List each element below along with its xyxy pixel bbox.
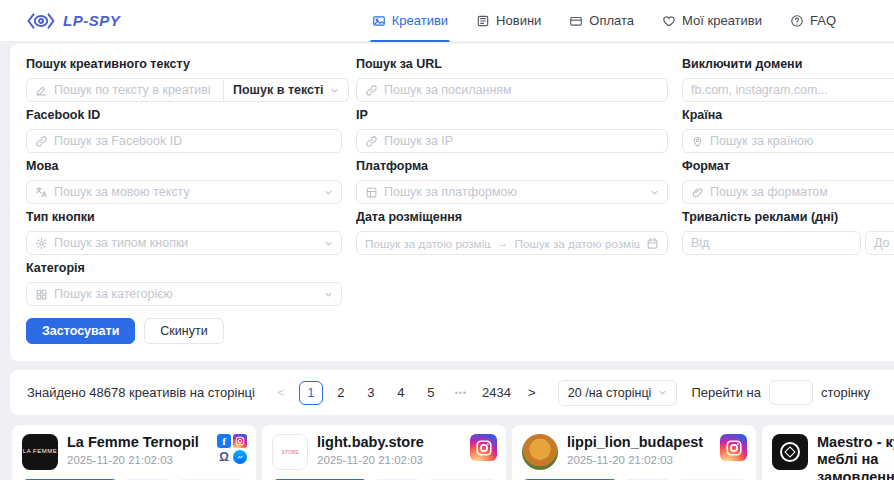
creative-card[interactable]: Maestro - кухні, меблі на замовлення в У… [762,425,894,480]
field-platform: Платформа Пошук за платформою [356,159,668,204]
nav-label: Новини [496,13,541,28]
field-creative-text: Пошук креативного тексту Пошук в тексті [26,57,342,102]
results-bar: Знайдено 48678 креативів на сторінці < 1… [10,370,894,415]
field-label: Категорія [26,261,342,275]
calendar-icon [646,237,659,250]
chevron-down-icon [324,188,333,197]
button-type-select[interactable]: Пошук за типом кнопки [26,231,342,255]
eye-icon [26,11,56,31]
pagination-page-4[interactable]: 4 [389,381,413,405]
card-title: Maestro - кухні, меблі на замовлення в У… [817,434,894,480]
field-duration: Тривалість реклами (дні) [682,210,894,255]
news-icon [476,14,490,28]
link-icon [35,135,48,148]
creatives-grid: LA FEMME La Femme Ternopil 2025-11-20 21… [12,425,894,480]
url-input[interactable] [384,83,659,97]
language-select[interactable]: Пошук за мовою тексту [26,180,342,204]
pagination-page-5[interactable]: 5 [419,381,443,405]
field-label: Пошук креативного тексту [26,57,342,71]
goto-page: Перейти на сторінку [691,380,870,405]
nav-item-faq[interactable]: FAQ [790,0,836,42]
platform-icon [365,186,378,199]
pagination-page-2[interactable]: 2 [329,381,353,405]
field-label: Пошук за URL [356,57,668,71]
translate-icon [35,186,48,199]
location-pin-icon [691,135,704,148]
format-input[interactable] [710,185,894,199]
field-country: Країна [682,108,894,153]
card-title: La Femme Ternopil [67,434,199,451]
platform-select[interactable]: Пошук за платформою [356,180,668,204]
card-date: 2025-11-20 21:02:03 [567,454,703,466]
search-mode-select[interactable]: Пошук в тексті [224,78,349,102]
field-label: IP [356,108,668,122]
arrow-right-icon: → [497,236,509,250]
creative-card[interactable]: LA FEMME La Femme Ternopil 2025-11-20 21… [12,425,256,480]
credit-card-icon [569,14,583,28]
creative-card[interactable]: lippi_lion_budapest 2025-11-20 21:02:03 … [512,425,756,480]
paperclip-icon [691,186,704,199]
field-exclude-domains: Виключити домени [682,57,894,102]
category-select[interactable]: Пошук за категорією [26,282,342,306]
pagination-page-3[interactable]: 3 [359,381,383,405]
nav-item-payment[interactable]: Оплата [569,0,634,42]
avatar: LA FEMME [22,434,58,470]
creative-text-input[interactable] [54,83,215,97]
nav-label: Мої креативи [682,13,762,28]
field-format: Формат [682,159,894,204]
avatar [522,434,558,470]
card-title: lippi_lion_budapest [567,434,703,451]
nav-item-creatives[interactable]: Креативи [372,0,448,42]
duration-to-input[interactable] [874,236,894,250]
instagram-icon [470,434,497,461]
brand-logo[interactable]: LP-SPY [26,11,120,31]
field-label: Платформа [356,159,668,173]
pagination-page-2434[interactable]: 2434 [479,381,514,405]
field-placement-date: Дата розміщення Пошук за датою розміщенн… [356,210,668,255]
network-icons [470,434,497,461]
pen-icon [35,84,48,97]
heart-icon [662,14,676,28]
facebook-icon: f [217,434,231,448]
pagination-ellipsis[interactable]: ••• [449,381,473,405]
field-label: Мова [26,159,342,173]
nav-item-news[interactable]: Новини [476,0,541,42]
category-grid-icon [35,288,48,301]
facebook-id-input[interactable] [54,134,333,148]
ip-input[interactable] [384,134,659,148]
card-date: 2025-11-20 21:02:03 [317,454,424,466]
nav-item-my-creatives[interactable]: Мої креативи [662,0,762,42]
apply-button[interactable]: Застосувати [26,318,135,344]
avatar: STORE [272,434,308,470]
question-icon [790,14,804,28]
field-label: Тип кнопки [26,210,342,224]
field-label: Facebook ID [26,108,342,122]
date-range-picker[interactable]: Пошук за датою розміщення → Пошук за дат… [356,231,668,255]
nav-label: FAQ [810,13,836,28]
page-size-select[interactable]: 20 /на сторінці [558,380,678,406]
link-icon [365,135,378,148]
duration-from-input[interactable] [691,236,852,250]
goto-page-input[interactable] [769,380,813,405]
instagram-icon [720,434,747,461]
chevron-down-icon [324,290,333,299]
network-icons: f Ω [217,434,247,464]
field-button-type: Тип кнопки Пошук за типом кнопки [26,210,342,255]
field-facebook-id: Facebook ID [26,108,342,153]
field-ip: IP [356,108,668,153]
pagination-page-1[interactable]: 1 [299,381,323,405]
messenger-icon [233,450,247,464]
filter-panel: Пошук креативного тексту Пошук в тексті … [10,44,894,361]
country-input[interactable] [710,134,894,148]
reset-button[interactable]: Скинути [144,318,223,344]
field-label: Країна [682,108,894,122]
card-title: light.baby.store [317,434,424,451]
pagination-prev-button[interactable]: < [269,381,293,405]
goto-prefix: Перейти на [691,385,761,400]
card-date: 2025-11-20 21:02:03 [67,454,199,466]
instagram-icon [233,434,247,448]
field-language: Мова Пошук за мовою тексту [26,159,342,204]
creative-card[interactable]: STORE light.baby.store 2025-11-20 21:02:… [262,425,506,480]
exclude-domains-input[interactable] [691,83,894,97]
pagination-next-button[interactable]: > [520,381,544,405]
